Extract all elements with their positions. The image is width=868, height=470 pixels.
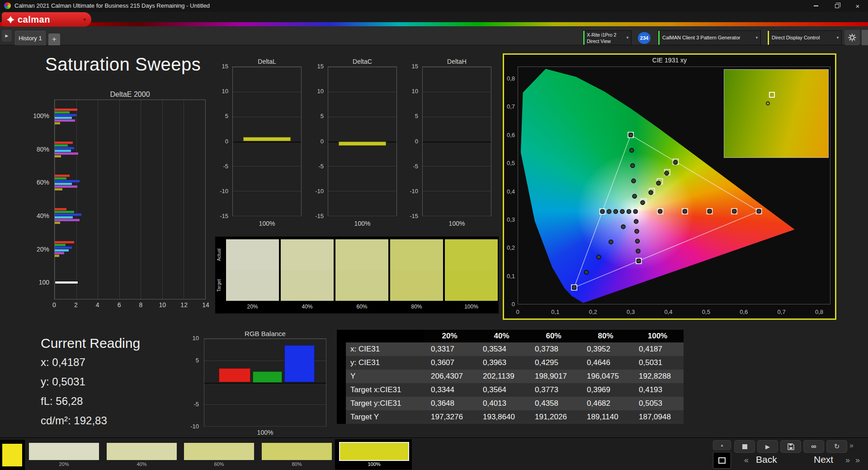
close-button[interactable]: × (847, 0, 868, 12)
table-cell: 197,3276 (424, 410, 476, 424)
next-button[interactable]: Next (814, 454, 833, 465)
save-button[interactable] (780, 440, 801, 453)
table-cell: 0,4187 (632, 342, 684, 356)
deltae-bar (55, 281, 78, 284)
tab-bar: ▶ History 1 + X-Rite i1Pro 2 Direct View… (0, 26, 868, 45)
green-bar (253, 371, 282, 382)
measured-point (630, 148, 634, 152)
refresh-button[interactable]: ↻ (826, 440, 847, 453)
stop-button[interactable] (734, 440, 755, 453)
calman-menu-button[interactable]: calman ▼ (2, 12, 91, 27)
swatch-label: 80% (390, 304, 443, 310)
measured-point (633, 209, 637, 214)
axis-tick-label: 80% (14, 146, 52, 153)
table-row-label: Target x:CIE31 (346, 383, 424, 397)
target-swatch (226, 270, 279, 301)
refresh-icon: ↻ (834, 442, 840, 451)
current-reading-y: y: 0,5031 (41, 375, 85, 388)
axis-tick-label: -15 (310, 213, 326, 219)
y-axis: 151050-5-10-15 (214, 66, 231, 216)
pattern-swatch-80%[interactable] (262, 443, 332, 460)
deltae-bar (55, 185, 77, 188)
pattern-generator-accent (658, 31, 660, 45)
link-button[interactable]: ∞ (803, 440, 824, 453)
measured-point (683, 209, 687, 214)
table-cell: 198,9017 (528, 370, 580, 383)
gridline (204, 339, 326, 339)
minimize-button[interactable] (806, 0, 826, 12)
gridline (328, 191, 396, 191)
gridline (423, 117, 491, 117)
table-cell: 0,4013 (476, 397, 528, 410)
table-cell: 196,0475 (580, 370, 632, 383)
deltae-bar (55, 249, 69, 252)
window-title: Calman 2021 Calman Ultimate for Business… (14, 0, 210, 12)
measured-point (674, 160, 678, 164)
table-cell: 192,8288 (632, 370, 684, 383)
axis-tick-label: 5 (180, 357, 201, 364)
table-edge-cell (337, 342, 346, 356)
gridline (233, 216, 301, 216)
table-cell: 0,3963 (476, 356, 528, 370)
swatch-label: 40% (281, 304, 334, 310)
axis-tick-label: 100% (14, 112, 52, 119)
add-tab-button[interactable]: + (48, 33, 60, 45)
toolbar-overflow-button[interactable] (862, 30, 868, 45)
deltah-chart: DeltaH 151050-5-10-15 100% (404, 58, 499, 232)
chevron-double-right-icon[interactable]: » (855, 456, 860, 465)
pattern-window-button[interactable] (713, 452, 731, 469)
back-button[interactable]: Back (756, 454, 777, 465)
target-swatch (281, 270, 334, 301)
calman-logo-text: calman (18, 14, 50, 25)
table-row-label: Target Y (346, 410, 424, 424)
table-cell: 0,4682 (580, 397, 632, 410)
deltae-bar (55, 111, 70, 114)
gridline (233, 191, 301, 191)
axis-tick-label: 0,6 (504, 132, 516, 138)
chevron-right-icon[interactable]: » (845, 456, 850, 465)
measured-point (632, 194, 637, 198)
pattern-swatch-20%[interactable] (29, 443, 99, 460)
page-title: Saturation Sweeps (45, 54, 201, 75)
table-column-header: 40% (476, 330, 528, 342)
gridline (328, 67, 396, 67)
gridline (233, 67, 301, 67)
app-icon (4, 2, 11, 9)
table-cell: 202,1139 (476, 370, 528, 383)
gridline (233, 92, 301, 92)
collapse-button[interactable]: ▲ (713, 440, 731, 450)
gridline (423, 191, 491, 191)
restore-button[interactable] (826, 0, 847, 12)
meter-dropdown[interactable]: X-Rite i1Pro 2 Direct View ▼ (583, 30, 632, 45)
gridline (328, 166, 396, 166)
settings-button[interactable] (844, 30, 860, 45)
axis-tick-label: 0 (404, 138, 420, 145)
axis-tick-label: 10 (180, 335, 201, 342)
axis-tick-label: -5 (214, 163, 231, 170)
chevron-left-icon[interactable]: « (744, 456, 749, 465)
gridline (328, 216, 396, 216)
transport-more-button[interactable]: » (849, 442, 854, 450)
table-cell: 0,4193 (632, 383, 684, 397)
axis-tick-label: 10 (214, 88, 231, 95)
axis-tick-label: -10 (214, 188, 231, 195)
pattern-generator-dropdown[interactable]: CalMAN Client 3 Pattern Generator ▼ (658, 30, 761, 45)
table-header (337, 330, 346, 342)
display-control-dropdown[interactable]: Direct Display Control ▼ (767, 30, 842, 45)
tab-history-1[interactable]: History 1 (15, 31, 46, 45)
measured-point (732, 209, 736, 213)
pattern-swatch-60%[interactable] (184, 443, 254, 460)
delta-bar (339, 142, 387, 146)
pattern-generator-label: CalMAN Client 3 Pattern Generator (662, 31, 740, 45)
play-button[interactable]: ▶ (757, 440, 778, 453)
table-cell: 0,4295 (528, 356, 580, 370)
table-cell: 187,0948 (632, 410, 684, 424)
titlebar: Calman 2021 Calman Ultimate for Business… (0, 0, 868, 12)
meter-count-badge[interactable]: 234 (638, 32, 651, 44)
gridline (423, 166, 491, 166)
tab-scroll-button[interactable]: ▶ (2, 30, 12, 42)
axis-tick-label: -10 (404, 188, 420, 195)
pattern-swatch-40%[interactable] (107, 443, 177, 460)
pattern-swatch-100%[interactable] (339, 442, 409, 461)
deltae-bar (55, 177, 66, 180)
